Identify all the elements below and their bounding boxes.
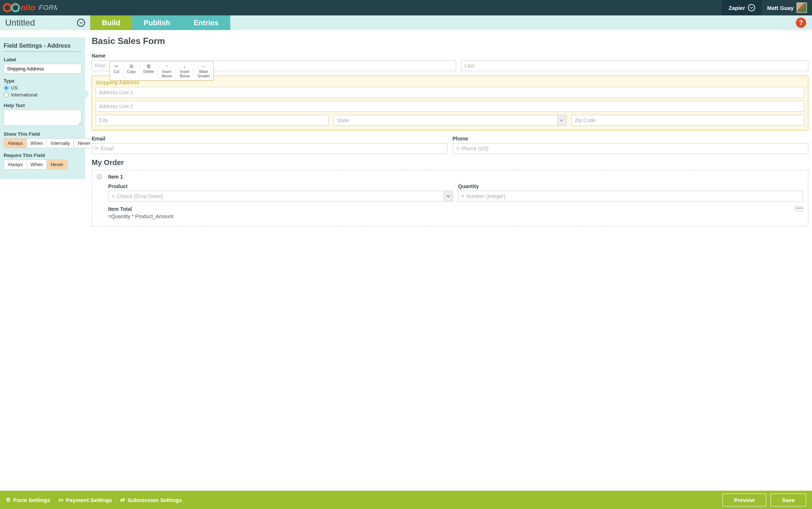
quantity-field[interactable]: Quantity # Number (Integer) <box>458 183 803 202</box>
form-canvas: Basic Sales Form Name ✂Cut ⧉Copy 🗑Delete… <box>85 30 812 491</box>
shipping-address-field[interactable]: ✂Cut ⧉Copy 🗑Delete ↑Insert Above ↓Insert… <box>92 76 808 131</box>
phone-input-wrap[interactable]: ✆ Phone (US) <box>453 143 809 154</box>
label-heading: Label <box>4 57 81 62</box>
state-input[interactable] <box>334 115 557 126</box>
order-section-title: My Order <box>92 158 808 167</box>
type-heading: Type <box>4 78 81 84</box>
chevron-down-icon <box>748 4 755 11</box>
phone-label: Phone <box>453 136 809 142</box>
list-icon: ≡ <box>111 193 114 199</box>
toolbar-insert-above[interactable]: ↑Insert Above <box>158 63 176 79</box>
help-button[interactable]: ? <box>796 18 806 28</box>
address-line1[interactable] <box>96 87 804 98</box>
arrow-down-icon: ↓ <box>184 63 186 69</box>
quantity-label: Quantity <box>458 183 803 189</box>
tab-build[interactable]: Build <box>90 15 132 30</box>
item-total-label: Item Total <box>108 206 173 212</box>
copy-icon: ⧉ <box>130 63 133 69</box>
zapier-label: Zapier <box>728 5 745 11</box>
logo[interactable]: nito FORMS <box>0 2 57 13</box>
email-field[interactable]: Email ✉ Email <box>92 136 448 154</box>
remove-item-button[interactable]: ✕ <box>96 174 102 180</box>
preview-button[interactable]: Preview <box>723 494 766 506</box>
show-always[interactable]: Always <box>4 139 27 148</box>
zapier-button[interactable]: Zapier <box>722 0 762 15</box>
radio-international[interactable]: International <box>4 92 81 98</box>
label-input[interactable] <box>4 64 81 74</box>
toolbar-delete[interactable]: 🗑Delete <box>140 63 158 79</box>
item-title: Item 1 <box>108 174 803 180</box>
order-repeating-section[interactable]: ✕ Item 1 Product ≡ Choice (Drop Down) <box>92 170 808 226</box>
footer-left: ⚙ Form Settings ▭ Payment Settings ⇄ Sub… <box>6 497 182 503</box>
tab-publish[interactable]: Publish <box>132 15 182 30</box>
envelope-icon: ✉ <box>95 146 99 151</box>
form-settings-link[interactable]: ⚙ Form Settings <box>6 497 50 503</box>
footer-bar: ⚙ Form Settings ▭ Payment Settings ⇄ Sub… <box>0 491 812 509</box>
address-line2[interactable] <box>96 101 804 112</box>
product-field[interactable]: Product ≡ Choice (Drop Down) <box>108 183 453 202</box>
show-field-heading: Show This Field <box>4 131 81 137</box>
email-input-wrap[interactable]: ✉ Email <box>92 143 448 154</box>
field-toolbar: ✂Cut ⧉Copy 🗑Delete ↑Insert Above ↓Insert… <box>110 61 214 81</box>
radio-us-input[interactable] <box>4 85 9 91</box>
phone-icon: ✆ <box>456 146 460 151</box>
shuffle-icon: ⇄ <box>120 497 125 503</box>
show-when[interactable]: When <box>27 139 47 148</box>
email-phone-row: Email ✉ Email Phone ✆ Phone (US) <box>92 136 808 154</box>
product-label: Product <box>108 183 453 189</box>
require-always[interactable]: Always <box>4 160 27 169</box>
name-label: Name <box>92 53 456 59</box>
toolbar-insert-below[interactable]: ↓Insert Below <box>176 63 194 79</box>
city-input[interactable] <box>96 115 328 126</box>
show-field-group: Always When Internally Never <box>4 138 95 148</box>
require-when[interactable]: When <box>27 160 47 169</box>
gear-icon: ⚙ <box>6 497 11 503</box>
svg-point-0 <box>4 4 11 11</box>
user-name: Matt Guay <box>767 5 794 11</box>
form-title-dropdown[interactable] <box>77 19 85 27</box>
header-right: Zapier Matt Guay <box>722 0 812 15</box>
toolbar-copy[interactable]: ⧉Copy <box>124 63 140 79</box>
product-dropdown-btn[interactable] <box>444 191 453 202</box>
help-text-heading: Help Text <box>4 103 81 108</box>
help-text-input[interactable] <box>4 110 81 126</box>
save-button[interactable]: Save <box>771 494 806 506</box>
radio-us[interactable]: US <box>4 85 81 91</box>
credit-card-icon: ▭ <box>58 497 63 503</box>
phone-field[interactable]: Phone ✆ Phone (US) <box>453 136 809 154</box>
radio-intl-input[interactable] <box>4 92 9 98</box>
state-dropdown-btn[interactable] <box>557 115 566 126</box>
toolbar-make-smaller[interactable]: ←Make Smaller <box>194 63 213 79</box>
toolbar-cut[interactable]: ✂Cut <box>110 63 124 79</box>
subheader: Untitled Build Publish Entries ? <box>0 15 812 30</box>
svg-text:nito: nito <box>21 3 35 12</box>
arrow-up-icon: ↑ <box>166 63 168 69</box>
item-total-formula: =Quantity * Product_Amount <box>108 213 173 219</box>
cut-icon: ✂ <box>114 63 118 69</box>
payment-settings-link[interactable]: ▭ Payment Settings <box>58 497 112 503</box>
require-field-heading: Require This Field <box>4 153 81 158</box>
require-never[interactable]: Never <box>47 160 67 169</box>
submission-settings-link[interactable]: ⇄ Submission Settings <box>120 497 182 503</box>
footer-right: Preview Save <box>723 494 806 506</box>
hash-icon: # <box>462 193 464 199</box>
credit-card-icon <box>796 206 803 211</box>
cognito-logo-icon: nito FORMS <box>3 2 57 13</box>
show-internally[interactable]: Internally <box>47 139 74 148</box>
zip-input[interactable] <box>572 115 804 126</box>
top-header: nito FORMS Zapier Matt Guay <box>0 0 812 15</box>
trash-icon: 🗑 <box>146 63 151 69</box>
field-settings-panel: Field Settings - Address Label Type US I… <box>0 37 85 179</box>
panel-title: Field Settings - Address <box>4 43 81 52</box>
user-menu[interactable]: Matt Guay <box>762 0 812 15</box>
avatar <box>797 3 807 13</box>
svg-text:FORMS: FORMS <box>39 4 57 11</box>
item-total-block[interactable]: Item Total =Quantity * Product_Amount <box>108 206 173 219</box>
email-label: Email <box>92 136 448 142</box>
last-name-input[interactable] <box>461 60 808 71</box>
main: Field Settings - Address Label Type US I… <box>0 30 812 491</box>
type-radio-group: US International <box>4 85 81 98</box>
tab-entries[interactable]: Entries <box>182 15 230 30</box>
form-title: Untitled <box>5 18 35 28</box>
canvas-form-title: Basic Sales Form <box>92 36 808 46</box>
